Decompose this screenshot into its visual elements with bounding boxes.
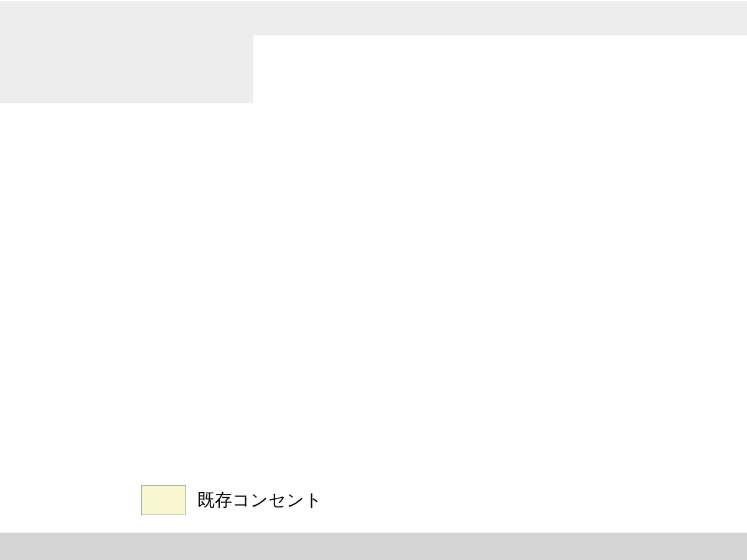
top-bar-region [0, 1, 747, 35]
bottom-bar-region [0, 533, 747, 560]
legend-swatch-existing-outlet [141, 485, 186, 515]
left-block-region [0, 35, 253, 103]
legend-label-existing-outlet: 既存コンセント [197, 488, 322, 512]
legend: 既存コンセント [141, 485, 322, 515]
